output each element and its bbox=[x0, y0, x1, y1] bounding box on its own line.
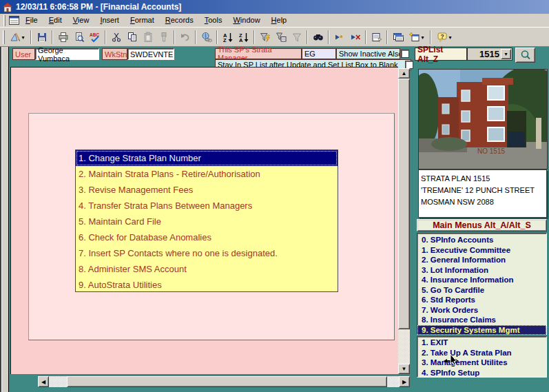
list-item[interactable]: 4. Transfer Strata Plans Between Manager… bbox=[76, 198, 338, 214]
sidebar-item-exit[interactable]: 1. EXIT bbox=[417, 338, 546, 348]
paste-button[interactable] bbox=[140, 30, 156, 45]
sidebar-item-insurance-information[interactable]: 4. Insurance Information bbox=[417, 275, 546, 285]
spelling-icon: ABC bbox=[90, 32, 101, 43]
list-item[interactable]: 7. Insert SP Contacts where no one is de… bbox=[76, 245, 338, 261]
sidebar-item-security-systems-mgmt[interactable]: 9. Security Systems Mgmt bbox=[417, 325, 546, 336]
sidebar-item-management-utilities[interactable]: 3. Management Utilites bbox=[417, 358, 546, 368]
photo-caption: NO 1515 bbox=[477, 147, 505, 155]
database-window-button[interactable] bbox=[390, 30, 406, 45]
splist-combobox-value: 1515 bbox=[468, 49, 501, 59]
menu-format[interactable]: Format bbox=[125, 14, 159, 26]
print-preview-button[interactable] bbox=[71, 30, 87, 45]
filter-by-form-icon bbox=[276, 32, 287, 43]
wkstn-input[interactable]: SWDEVNTE bbox=[127, 48, 174, 60]
sidebar-item-insurance-claims[interactable]: 8. Insurance Claims bbox=[417, 315, 546, 325]
filter-by-selection-icon bbox=[260, 32, 271, 43]
list-item[interactable]: 5. Maintain Card File bbox=[76, 214, 338, 229]
financial-accounts-form: 1. Change Strata Plan Number 2. Maintain… bbox=[10, 67, 398, 374]
toolbar-separator bbox=[253, 30, 255, 44]
sort-descending-icon: Z A bbox=[238, 32, 249, 43]
horizontal-scrollbar[interactable]: ◀ ▶ bbox=[38, 376, 410, 387]
sidebar-item-executive-committee[interactable]: 1. Executive Committee bbox=[417, 245, 546, 256]
toolbar-separator bbox=[174, 30, 175, 44]
new-object-button[interactable]: ▾ bbox=[406, 30, 428, 45]
sp-manager-input[interactable]: EG bbox=[302, 48, 336, 59]
user-input[interactable]: George Vumbaca bbox=[35, 48, 99, 60]
sidebar-item-work-orders[interactable]: 7. Work Orders bbox=[417, 305, 546, 316]
save-button[interactable] bbox=[34, 30, 50, 45]
menu-view[interactable]: View bbox=[68, 14, 94, 26]
sidebar-item-spinfo-setup[interactable]: 4. SPInfo Setup bbox=[417, 368, 546, 378]
insert-hyperlink-button[interactable] bbox=[198, 30, 214, 45]
design-view-icon bbox=[10, 32, 21, 43]
scroll-down-button[interactable]: ▼ bbox=[398, 364, 410, 374]
apply-filter-icon bbox=[291, 32, 302, 43]
list-item[interactable]: 6. Check for Database Anomalies bbox=[76, 229, 338, 245]
list-item[interactable]: 2. Maintain Strata Plans - Retire/Author… bbox=[76, 166, 338, 182]
mouse-cursor bbox=[444, 354, 459, 369]
show-inactive-checkbox[interactable] bbox=[401, 50, 409, 58]
toolbar-separator bbox=[365, 30, 366, 44]
list-item[interactable]: 3. Revise Management Fees bbox=[76, 182, 338, 198]
horizontal-scroll-thumb[interactable] bbox=[67, 376, 387, 387]
new-record-button[interactable]: * bbox=[331, 30, 347, 45]
scroll-up-button[interactable]: ▲ bbox=[398, 68, 410, 79]
title-bar: 12/03/11 6:06:58 PM - [Financial Account… bbox=[0, 0, 549, 14]
info-line-2: 'TREMAINE' 12 PUNCH STREET bbox=[421, 185, 544, 196]
vertical-scrollbar[interactable]: ▲ ▼ bbox=[398, 68, 410, 374]
wkstn-label: WkStn bbox=[102, 48, 127, 60]
help-button[interactable]: ? ▾ bbox=[433, 30, 455, 45]
menu-edit[interactable]: Edit bbox=[44, 14, 67, 26]
vertical-scroll-thumb[interactable] bbox=[398, 79, 410, 329]
find-icon bbox=[313, 32, 324, 43]
menu-bar: File Edit View Insert Format Records Too… bbox=[0, 14, 549, 28]
menu-records[interactable]: Records bbox=[160, 14, 198, 26]
menu-help[interactable]: Help bbox=[267, 14, 292, 26]
sort-ascending-button[interactable]: A Z bbox=[220, 30, 236, 45]
filter-by-form-button[interactable] bbox=[273, 30, 289, 45]
info-line-1: STRATA PLAN 1515 bbox=[421, 173, 544, 185]
show-inactive-label: Show Inactive Also bbox=[336, 48, 400, 59]
delete-record-button[interactable] bbox=[347, 30, 363, 45]
save-icon bbox=[37, 32, 48, 43]
spelling-button[interactable]: ABC bbox=[87, 30, 103, 45]
menu-window[interactable]: Window bbox=[228, 14, 265, 26]
undo-button[interactable] bbox=[177, 30, 193, 45]
sidebar-item-lot-information[interactable]: 3. Lot Information bbox=[417, 265, 546, 276]
paste-icon bbox=[143, 32, 154, 43]
cut-button[interactable] bbox=[108, 30, 124, 45]
menu-tools[interactable]: Tools bbox=[200, 14, 227, 26]
magnifier-icon bbox=[520, 50, 531, 61]
scroll-left-button[interactable]: ◀ bbox=[38, 376, 49, 387]
splist-combobox[interactable]: 1515 ▾ bbox=[467, 48, 512, 61]
filter-by-selection-button[interactable] bbox=[257, 30, 273, 45]
search-button[interactable] bbox=[515, 48, 535, 63]
toolbar-grip[interactable] bbox=[3, 15, 6, 26]
sidebar-item-go-to-cardfile[interactable]: 5. Go To Cardfile bbox=[417, 285, 546, 296]
sidebar-item-general-information[interactable]: 2. General Information bbox=[417, 255, 546, 265]
toolbar-separator bbox=[307, 30, 308, 44]
copy-button[interactable] bbox=[124, 30, 140, 45]
find-button[interactable] bbox=[310, 30, 326, 45]
sort-ascending-icon: A Z bbox=[222, 32, 234, 43]
form-restore-icon[interactable] bbox=[9, 16, 19, 25]
list-item[interactable]: 9. AutoStrata Utilities bbox=[76, 277, 338, 293]
design-view-button[interactable]: ▾ bbox=[6, 30, 28, 45]
toolbar-grip[interactable] bbox=[3, 30, 5, 44]
splist-dropdown-button[interactable]: ▾ bbox=[501, 49, 511, 59]
sort-descending-button[interactable]: Z A bbox=[236, 30, 251, 45]
format-painter-icon bbox=[158, 32, 169, 43]
properties-button[interactable] bbox=[369, 30, 384, 45]
format-painter-button[interactable] bbox=[156, 30, 172, 45]
print-button[interactable] bbox=[55, 30, 71, 45]
menu-insert[interactable]: Insert bbox=[95, 14, 124, 26]
list-item[interactable]: 8. Administer SMS Account bbox=[76, 261, 338, 277]
menu-file[interactable]: File bbox=[21, 14, 43, 26]
apply-filter-button[interactable] bbox=[289, 30, 304, 45]
sidebar-item-spinfo-accounts[interactable]: 0. SPInfo Accounts bbox=[417, 235, 546, 245]
sidebar-item-std-reports[interactable]: 6. Std Reports bbox=[417, 295, 546, 305]
svg-text:A: A bbox=[239, 37, 243, 43]
scroll-right-button[interactable]: ▶ bbox=[399, 376, 410, 387]
sidebar-item-take-up-strata-plan[interactable]: 2. Take Up A Strata Plan bbox=[417, 348, 546, 358]
list-item[interactable]: 1. Change Strata Plan Number bbox=[76, 150, 338, 166]
